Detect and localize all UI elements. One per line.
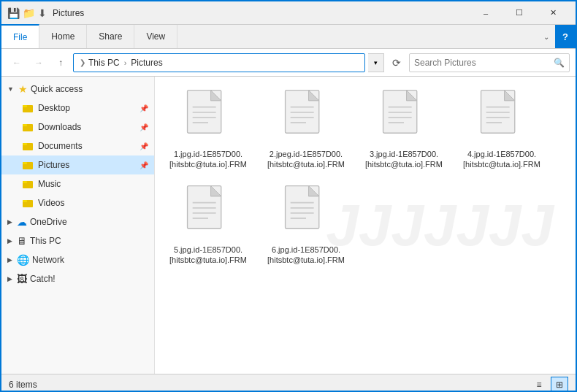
file-name-0: 1.jpg.id-1E857D00.[hitsbtc@tuta.io].FRM: [164, 149, 252, 170]
path-separator: ›: [124, 58, 127, 67]
path-item-pictures[interactable]: Pictures: [131, 58, 162, 68]
title-bar-controls: – ☐ ✕: [469, 1, 570, 25]
svg-rect-1: [23, 105, 27, 107]
file-icon-4: [179, 183, 237, 242]
file-icon-5: [277, 183, 335, 242]
sidebar-label-catch: Catch!: [30, 274, 148, 284]
star-icon: ★: [18, 83, 28, 95]
pin-icon-documents: 📌: [140, 142, 148, 150]
title-bar: 💾 📁 ⬇ Pictures – ☐ ✕: [1, 1, 576, 25]
svg-rect-11: [23, 200, 27, 202]
search-input[interactable]: [414, 58, 551, 68]
computer-icon: 🖥: [17, 235, 27, 247]
close-button[interactable]: ✕: [536, 1, 570, 25]
svg-rect-7: [23, 162, 27, 164]
file-item[interactable]: 4.jpg.id-1E857D00.[hitsbtc@tuta.io].FRM: [454, 82, 549, 175]
view-controls: ≡ ⊞: [530, 377, 568, 393]
sidebar-item-pictures[interactable]: Pictures 📌: [1, 155, 154, 174]
file-icon-1: [277, 88, 335, 146]
file-item[interactable]: 6.jpg.id-1E857D00.[hitsbtc@tuta.io].FRM: [259, 178, 354, 271]
sidebar-item-videos[interactable]: Videos: [1, 193, 154, 212]
pin-icon-downloads: 📌: [140, 123, 148, 131]
tab-share[interactable]: Share: [87, 25, 134, 48]
file-item[interactable]: 1.jpg.id-1E857D00.[hitsbtc@tuta.io].FRM: [161, 82, 256, 175]
file-area: JJJJJJJ 1.jpg.id-1E857D00.[hitsbtc@tuta.…: [155, 77, 576, 374]
sidebar-item-documents[interactable]: Documents 📌: [1, 137, 154, 155]
file-icon-2: [375, 88, 433, 146]
sidebar-label-network: Network: [32, 255, 148, 265]
tab-home[interactable]: Home: [39, 25, 87, 48]
sidebar-label-videos: Videos: [38, 198, 148, 208]
sidebar-item-catch[interactable]: ▶ 🖼 Catch!: [1, 269, 154, 288]
ribbon: File Home Share View ⌄ ?: [1, 25, 576, 49]
minimize-button[interactable]: –: [469, 1, 503, 25]
sidebar-label-desktop: Desktop: [38, 103, 134, 113]
sidebar-item-quick-access[interactable]: ▼ ★ Quick access: [1, 80, 154, 99]
file-item[interactable]: 3.jpg.id-1E857D00.[hitsbtc@tuta.io].FRM: [356, 82, 451, 175]
search-icon: 🔍: [554, 58, 565, 68]
folder-documents-icon: [22, 140, 34, 152]
address-bar: ← → ↑ ❯ This PC › Pictures ▾ ⟳ 🔍: [1, 49, 576, 77]
maximize-button[interactable]: ☐: [503, 1, 536, 25]
sidebar-label-pictures: Pictures: [38, 160, 134, 170]
title-bar-title: Pictures: [53, 8, 469, 18]
sidebar-item-this-pc[interactable]: ▶ 🖥 This PC: [1, 231, 154, 250]
quick-access-arrow-icon: ▼: [7, 85, 14, 93]
refresh-button[interactable]: ⟳: [387, 53, 406, 72]
tab-view[interactable]: View: [134, 25, 177, 48]
sidebar-label-documents: Documents: [38, 141, 134, 151]
svg-rect-5: [23, 143, 27, 145]
sidebar-label-quick-access: Quick access: [31, 84, 148, 94]
catch-icon: 🖼: [17, 273, 27, 285]
forward-button[interactable]: →: [29, 53, 48, 72]
folder-pictures-icon: [22, 159, 34, 171]
item-count: 6 items: [9, 380, 37, 390]
ribbon-tabs: File Home Share View ⌄ ?: [1, 25, 576, 48]
onedrive-arrow-icon: ▶: [7, 218, 12, 226]
folder-videos-icon: [22, 197, 34, 209]
address-path[interactable]: ❯ This PC › Pictures: [73, 53, 365, 72]
sidebar-item-onedrive[interactable]: ▶ ☁ OneDrive: [1, 212, 154, 231]
file-item[interactable]: 5.jpg.id-1E857D00.[hitsbtc@tuta.io].FRM: [161, 178, 256, 271]
file-name-2: 3.jpg.id-1E857D00.[hitsbtc@tuta.io].FRM: [360, 149, 448, 170]
path-item-this-pc[interactable]: This PC: [88, 58, 120, 68]
sidebar-item-desktop[interactable]: Desktop 📌: [1, 99, 154, 118]
sidebar-label-onedrive: OneDrive: [30, 217, 148, 227]
up-button[interactable]: ↑: [51, 53, 70, 72]
file-item[interactable]: 2.jpeg.id-1E857D00.[hitsbtc@tuta.io].FRM: [259, 82, 354, 175]
back-button[interactable]: ←: [7, 53, 26, 72]
svg-rect-9: [23, 181, 27, 183]
pin-icon-pictures: 📌: [140, 161, 148, 169]
status-bar: 6 items ≡ ⊞: [1, 374, 576, 392]
file-name-4: 5.jpg.id-1E857D00.[hitsbtc@tuta.io].FRM: [164, 245, 252, 266]
address-dropdown-button[interactable]: ▾: [368, 53, 384, 72]
path-chevron-icon: ❯: [80, 58, 85, 66]
title-bar-icons: 💾 📁 ⬇: [7, 7, 47, 19]
file-name-5: 6.jpg.id-1E857D00.[hitsbtc@tuta.io].FRM: [262, 245, 350, 266]
folder-music-icon: [22, 178, 34, 190]
file-icon-0: [179, 88, 237, 146]
search-box: 🔍: [409, 53, 570, 72]
catch-arrow-icon: ▶: [7, 275, 12, 283]
file-icon-3: [473, 88, 531, 146]
main-content: ▼ ★ Quick access Desktop 📌 Downloads 📌 D…: [1, 77, 576, 374]
folder-downloads-icon: [22, 121, 34, 133]
pin-icon-desktop: 📌: [140, 104, 148, 112]
onedrive-icon: ☁: [17, 216, 27, 228]
sidebar: ▼ ★ Quick access Desktop 📌 Downloads 📌 D…: [1, 77, 155, 374]
sidebar-label-downloads: Downloads: [38, 122, 134, 132]
file-grid: 1.jpg.id-1E857D00.[hitsbtc@tuta.io].FRM …: [161, 82, 570, 270]
tab-file[interactable]: File: [1, 24, 39, 48]
help-button[interactable]: ?: [555, 25, 576, 48]
svg-rect-3: [23, 124, 27, 126]
sidebar-item-downloads[interactable]: Downloads 📌: [1, 118, 154, 137]
ribbon-collapse-button[interactable]: ⌄: [538, 25, 555, 48]
sidebar-item-network[interactable]: ▶ 🌐 Network: [1, 250, 154, 269]
tiles-view-button[interactable]: ⊞: [551, 377, 568, 393]
file-name-3: 4.jpg.id-1E857D00.[hitsbtc@tuta.io].FRM: [458, 149, 546, 170]
sidebar-label-music: Music: [38, 179, 148, 189]
sidebar-item-music[interactable]: Music: [1, 174, 154, 193]
sidebar-label-this-pc: This PC: [30, 236, 148, 246]
list-view-button[interactable]: ≡: [530, 377, 548, 393]
folder-desktop-icon: [22, 102, 34, 114]
